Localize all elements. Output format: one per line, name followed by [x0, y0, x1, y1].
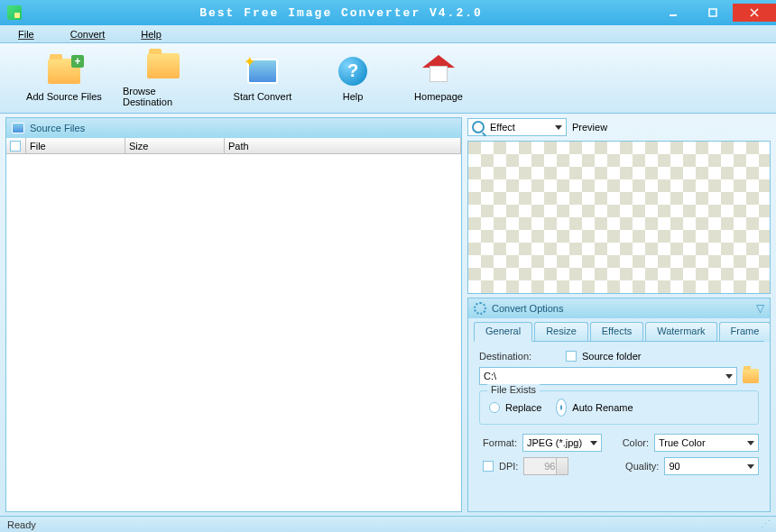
folder-icon — [147, 53, 180, 78]
tab-frame[interactable]: Frame — [719, 322, 771, 342]
title-bar: Best Free Image Converter V4.2.0 — [0, 0, 776, 25]
minimize-button[interactable] — [653, 4, 693, 22]
homepage-button[interactable]: Homepage — [402, 55, 475, 102]
effect-select[interactable]: Effect — [467, 118, 567, 136]
source-folder-checkbox[interactable] — [566, 351, 577, 362]
select-all-checkbox[interactable] — [10, 141, 21, 151]
dpi-label: DPI: — [499, 461, 518, 472]
chevron-down-icon — [555, 125, 562, 130]
tab-watermark[interactable]: Watermark — [645, 322, 716, 342]
gear-icon — [474, 302, 486, 315]
convert-icon — [247, 59, 278, 84]
preview-canvas — [467, 141, 771, 294]
menu-help[interactable]: Help — [141, 29, 162, 40]
app-icon — [7, 5, 22, 20]
tab-resize[interactable]: Resize — [534, 322, 588, 342]
maximize-button[interactable] — [693, 4, 733, 22]
home-icon — [424, 59, 453, 84]
resize-grip[interactable]: ⋰ — [761, 518, 769, 530]
collapse-icon[interactable]: ▽ — [756, 302, 764, 315]
options-title: Convert Options — [492, 303, 563, 314]
auto-rename-radio[interactable] — [556, 399, 567, 417]
preview-label: Preview — [572, 122, 607, 133]
dpi-checkbox[interactable] — [483, 461, 494, 472]
column-size[interactable]: Size — [125, 138, 225, 153]
add-source-files-button[interactable]: + Add Source Files — [23, 55, 105, 102]
column-file[interactable]: File — [26, 138, 125, 153]
tab-effects[interactable]: Effects — [590, 322, 643, 342]
file-exists-group: File Exists Replace Auto Rename — [479, 390, 759, 425]
tab-general[interactable]: General — [474, 322, 532, 342]
source-files-title: Source Files — [30, 123, 85, 133]
status-bar: Ready ⋰ — [0, 516, 776, 532]
toolbar: + Add Source Files Browse Destination St… — [0, 43, 776, 114]
magnifier-icon — [472, 121, 485, 133]
file-list[interactable] — [6, 154, 461, 511]
menu-convert[interactable]: Convert — [70, 29, 106, 40]
window-title: Best Free Image Converter V4.2.0 — [29, 6, 653, 20]
image-icon — [12, 123, 24, 133]
status-text: Ready — [7, 519, 36, 530]
column-path[interactable]: Path — [225, 138, 461, 153]
replace-radio[interactable] — [489, 402, 500, 413]
quality-label: Quality: — [606, 461, 659, 472]
menu-bar: File Convert Help — [0, 25, 776, 43]
destination-label: Destination: — [479, 351, 560, 362]
color-select[interactable]: True Color — [654, 434, 759, 452]
format-label: Format: — [479, 437, 517, 448]
browse-folder-button[interactable] — [743, 369, 759, 383]
column-headers: File Size Path — [6, 138, 461, 154]
folder-plus-icon: + — [48, 59, 80, 84]
close-button[interactable] — [733, 4, 776, 22]
help-button[interactable]: ? Help — [321, 55, 384, 102]
menu-file[interactable]: File — [18, 29, 34, 40]
help-icon: ? — [338, 57, 367, 86]
color-label: Color: — [607, 437, 649, 448]
convert-options-panel: Convert Options ▽ General Resize Effects… — [467, 298, 771, 512]
destination-input[interactable]: C:\ — [479, 367, 737, 385]
source-folder-label: Source folder — [582, 351, 641, 362]
quality-select[interactable]: 90 — [664, 457, 759, 475]
source-files-panel: Source Files File Size Path — [5, 117, 462, 512]
format-select[interactable]: JPEG (*.jpg) — [522, 434, 602, 452]
svg-rect-1 — [709, 9, 716, 16]
chevron-down-icon — [725, 374, 733, 379]
browse-destination-button[interactable]: Browse Destination — [123, 50, 204, 107]
dpi-spinner[interactable]: 96 — [523, 457, 568, 475]
start-convert-button[interactable]: Start Convert — [222, 55, 303, 102]
